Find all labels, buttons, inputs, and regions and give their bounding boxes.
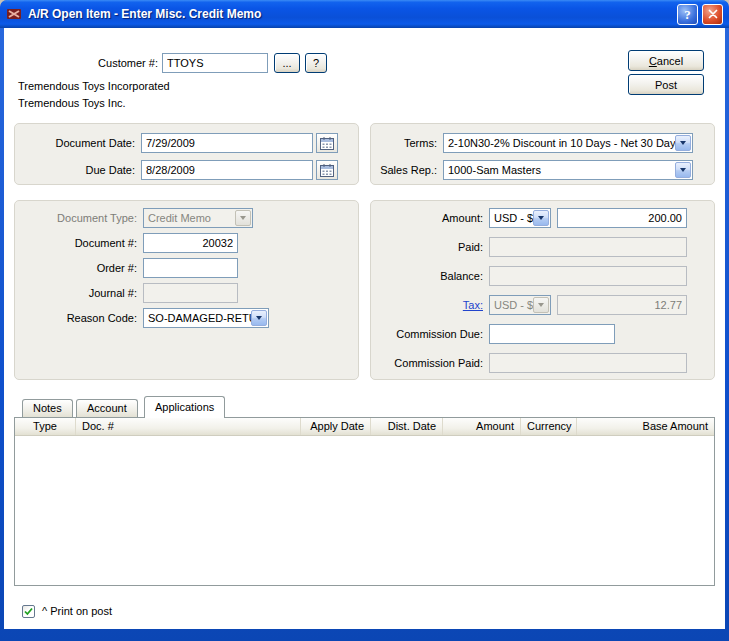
- column-header-type[interactable]: Type: [15, 418, 76, 435]
- calendar-icon: [320, 137, 334, 150]
- paid-input: [489, 237, 687, 257]
- due-date-input[interactable]: [141, 160, 313, 180]
- tab-notes[interactable]: Notes: [22, 399, 73, 417]
- journal-number-input: [143, 283, 238, 303]
- column-header-dist-date[interactable]: Dist. Date: [371, 418, 443, 435]
- chevron-down-icon: [251, 310, 267, 326]
- tax-currency-value: USD - $: [491, 299, 533, 311]
- document-number-input[interactable]: [143, 233, 238, 253]
- balance-label: Balance:: [371, 266, 483, 286]
- order-number-label: Order #:: [15, 258, 137, 278]
- sales-rep-select[interactable]: 1000-Sam Masters: [443, 160, 693, 180]
- terms-value: 2-10N30-2% Discount in 10 Days - Net 30 …: [445, 137, 675, 149]
- tab-applications[interactable]: Applications: [144, 396, 225, 418]
- tax-currency-select: USD - $: [489, 295, 551, 315]
- order-number-input[interactable]: [143, 258, 238, 278]
- customer-name-line2: Tremendous Toys Inc.: [18, 95, 126, 111]
- column-header-apply-date[interactable]: Apply Date: [301, 418, 371, 435]
- due-date-calendar-button[interactable]: [316, 160, 338, 180]
- amount-input[interactable]: [557, 208, 687, 228]
- balance-input: [489, 266, 687, 286]
- app-icon: [6, 6, 22, 22]
- reason-code-select[interactable]: SO-DAMAGED-RETURNED-: [143, 308, 269, 328]
- customer-help-label: ?: [306, 54, 326, 72]
- tax-amount-input: [557, 295, 687, 315]
- commission-paid-input: [489, 353, 687, 373]
- document-date-input[interactable]: [141, 133, 313, 153]
- document-type-value: Credit Memo: [145, 212, 235, 224]
- sales-rep-value: 1000-Sam Masters: [445, 164, 675, 176]
- chevron-down-icon: [675, 162, 691, 178]
- applications-grid: Type Doc. # Apply Date Dist. Date Amount…: [14, 417, 715, 586]
- grid-header-row: Type Doc. # Apply Date Dist. Date Amount…: [15, 418, 714, 436]
- window-title: A/R Open Item - Enter Misc. Credit Memo: [26, 7, 673, 21]
- amount-label: Amount:: [371, 208, 483, 228]
- post-button-label: Post: [629, 76, 703, 94]
- column-header-amount[interactable]: Amount: [443, 418, 521, 435]
- column-header-currency[interactable]: Currency: [521, 418, 577, 435]
- terms-group: Terms: 2-10N30-2% Discount in 10 Days - …: [370, 123, 715, 185]
- commission-due-label: Commission Due:: [371, 324, 483, 344]
- titlebar[interactable]: A/R Open Item - Enter Misc. Credit Memo …: [0, 0, 729, 28]
- tax-link[interactable]: Tax:: [463, 299, 483, 311]
- due-date-label: Due Date:: [15, 160, 135, 180]
- terms-label: Terms:: [371, 133, 437, 153]
- commission-due-input[interactable]: [489, 324, 615, 344]
- terms-select[interactable]: 2-10N30-2% Discount in 10 Days - Net 30 …: [443, 133, 693, 153]
- customer-number-input[interactable]: [162, 53, 268, 73]
- journal-number-label: Journal #:: [15, 283, 137, 303]
- chevron-down-icon: [533, 297, 549, 313]
- reason-code-label: Reason Code:: [15, 308, 137, 328]
- chevron-down-icon: [533, 210, 549, 226]
- grid-body[interactable]: [15, 436, 714, 585]
- paid-label: Paid:: [371, 237, 483, 257]
- amounts-group: Amount: USD - $ Paid: Balance: Tax: USD …: [370, 200, 715, 380]
- reason-code-value: SO-DAMAGED-RETURNED-: [145, 312, 251, 324]
- customer-lookup-label: ...: [275, 54, 299, 72]
- customer-lookup-button[interactable]: ...: [274, 53, 300, 73]
- document-date-label: Document Date:: [15, 133, 135, 153]
- cancel-button[interactable]: Cancel: [628, 50, 704, 71]
- customer-help-button[interactable]: ?: [305, 53, 327, 73]
- sales-rep-label: Sales Rep.:: [371, 160, 437, 180]
- dialog-client-area: Customer #: ... ? Cancel Post Tremendous…: [4, 28, 725, 629]
- customer-name-line1: Tremendous Toys Incorporated: [18, 78, 170, 94]
- post-button[interactable]: Post: [628, 74, 704, 95]
- close-icon: [708, 9, 718, 19]
- document-date-calendar-button[interactable]: [316, 133, 338, 153]
- column-header-base-amount[interactable]: Base Amount: [577, 418, 714, 435]
- cancel-button-label: Cancel: [629, 52, 703, 70]
- titlebar-help-button[interactable]: ?: [677, 4, 698, 25]
- question-icon: ?: [684, 8, 691, 21]
- amount-currency-value: USD - $: [491, 212, 533, 224]
- document-group: Document Type: Credit Memo Document #: O…: [14, 200, 359, 380]
- amount-currency-select[interactable]: USD - $: [489, 208, 551, 228]
- print-on-post-checkbox[interactable]: [22, 605, 35, 618]
- calendar-icon: [320, 164, 334, 177]
- chevron-down-icon: [675, 135, 691, 151]
- chevron-down-icon: [235, 210, 251, 226]
- print-on-post-label: ^ Print on post: [42, 603, 112, 619]
- dates-group: Document Date: Due Date:: [14, 123, 359, 185]
- column-header-doc-number[interactable]: Doc. #: [76, 418, 301, 435]
- customer-number-label: Customer #:: [58, 53, 158, 73]
- commission-paid-label: Commission Paid:: [371, 353, 483, 373]
- tax-label-wrap: Tax:: [371, 295, 483, 315]
- document-number-label: Document #:: [15, 233, 137, 253]
- titlebar-close-button[interactable]: [702, 4, 723, 25]
- dialog-window: A/R Open Item - Enter Misc. Credit Memo …: [0, 0, 729, 641]
- document-type-label: Document Type:: [15, 208, 137, 228]
- tab-account[interactable]: Account: [76, 399, 138, 417]
- check-icon: [24, 607, 33, 616]
- document-type-select: Credit Memo: [143, 208, 253, 228]
